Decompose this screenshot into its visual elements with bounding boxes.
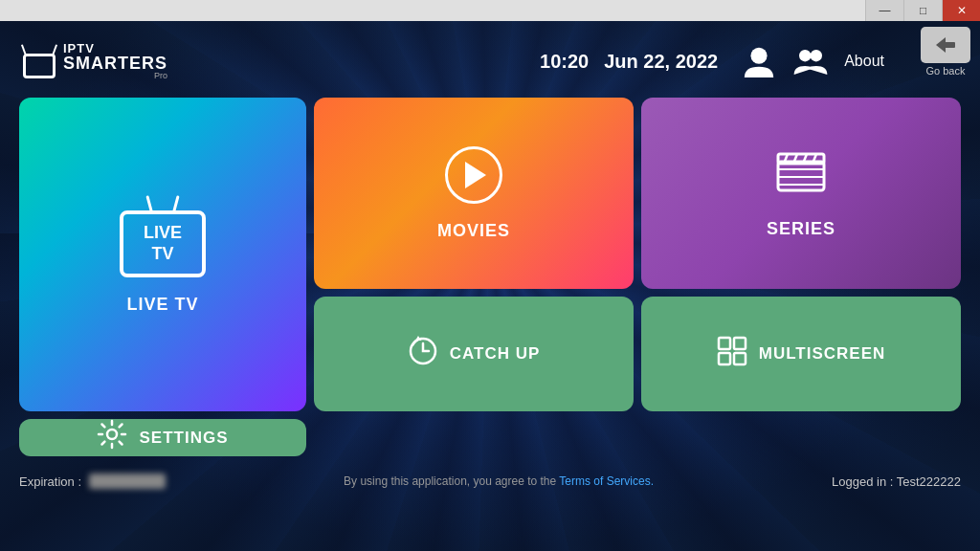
header-time: 10:20	[540, 51, 589, 73]
logo-tv	[23, 54, 56, 78]
expiry-section: Expiration :	[19, 474, 166, 489]
multiscreen-label: MULTISCREEN	[759, 344, 886, 364]
go-back-container: Go back	[921, 27, 970, 77]
play-icon	[445, 146, 502, 204]
go-back-label: Go back	[926, 65, 966, 77]
svg-point-20	[107, 430, 117, 439]
logo-pro: Pro	[63, 72, 167, 80]
logo-smarters: SMARTERS	[63, 55, 167, 72]
expiry-value-blurred	[89, 474, 166, 489]
tv-screen-text: LIVETV	[144, 223, 182, 264]
logo: IPTV SMARTERS Pro	[19, 42, 167, 80]
svg-point-2	[751, 48, 768, 64]
catchup-label: CATCH UP	[450, 344, 541, 364]
svg-rect-17	[734, 338, 746, 349]
catchup-tile[interactable]: CATCH UP	[314, 297, 634, 411]
window-chrome: — □ ✕	[0, 0, 980, 21]
settings-icon	[97, 419, 127, 456]
expiry-label: Expiration :	[19, 474, 81, 489]
series-tile[interactable]: SERIES	[641, 98, 961, 289]
svg-rect-18	[719, 353, 730, 364]
users-icon[interactable]	[792, 43, 829, 79]
svg-rect-19	[734, 353, 746, 364]
svg-point-3	[799, 50, 811, 61]
header: IPTV SMARTERS Pro 10:20 Jun 22, 2022	[0, 21, 980, 98]
close-button[interactable]: ✕	[942, 0, 980, 21]
catchup-icon	[408, 336, 438, 373]
go-back-button[interactable]	[921, 27, 970, 63]
main-grid-container: LIVETV LIVE TV MOVIES	[0, 98, 980, 456]
terms-text: By using this application, you agree to …	[344, 474, 559, 488]
svg-point-4	[811, 50, 822, 61]
terms-link[interactable]: Terms of Services.	[559, 474, 654, 488]
multiscreen-tile[interactable]: MULTISCREEN	[641, 297, 961, 411]
content-area: Go back IPTV SMARTERS Pro 10:20 Jun 22, …	[0, 21, 980, 551]
header-icons	[741, 43, 829, 79]
live-tv-icon: LIVETV	[120, 195, 206, 277]
tv-body-icon: LIVETV	[120, 210, 206, 277]
footer-terms: By using this application, you agree to …	[166, 474, 832, 488]
logo-icon	[19, 44, 59, 78]
series-label: SERIES	[767, 219, 835, 239]
live-tv-tile[interactable]: LIVETV LIVE TV	[19, 98, 306, 411]
live-tv-label: LIVE TV	[126, 295, 198, 315]
clapper-icon	[776, 148, 826, 202]
movies-label: MOVIES	[437, 221, 510, 241]
multiscreen-icon	[717, 336, 747, 373]
footer: Expiration : By using this application, …	[0, 464, 980, 498]
tiles-grid: LIVETV LIVE TV MOVIES	[19, 98, 961, 456]
go-back-icon	[934, 35, 957, 55]
minimize-button[interactable]: —	[865, 0, 903, 21]
tv-antennas	[150, 195, 175, 212]
movies-tile[interactable]: MOVIES	[314, 98, 634, 289]
svg-rect-16	[719, 338, 730, 349]
settings-tile[interactable]: SETTINGS	[19, 419, 306, 456]
settings-label: SETTINGS	[139, 429, 228, 448]
logged-in-status: Logged in : Test222222	[832, 474, 961, 489]
logo-text: IPTV SMARTERS Pro	[63, 42, 167, 80]
user-icon[interactable]	[741, 43, 777, 79]
about-button[interactable]: About	[844, 53, 884, 70]
maximize-button[interactable]: □	[903, 0, 942, 21]
header-date: Jun 22, 2022	[604, 51, 718, 73]
svg-rect-1	[944, 42, 955, 48]
play-triangle-icon	[465, 162, 486, 188]
